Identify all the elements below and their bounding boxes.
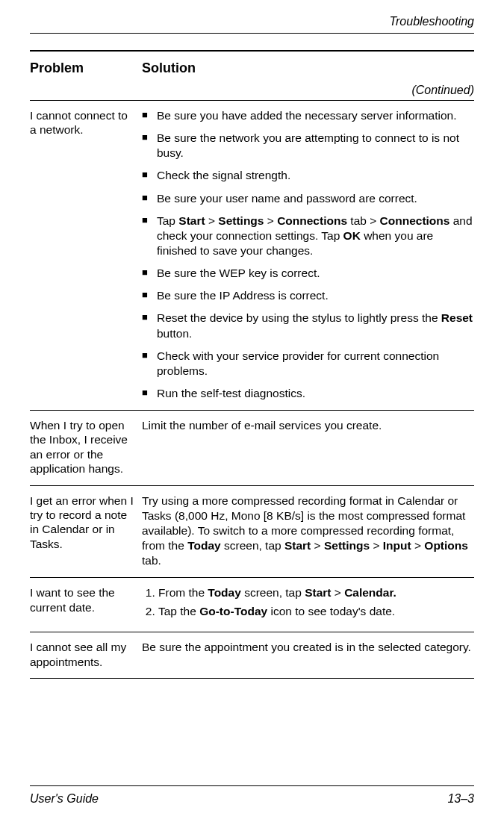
solution-cell: Be sure you have added the necessary ser… xyxy=(142,108,474,401)
bold-text: Connections xyxy=(380,214,450,227)
list-item: Reset the device by using the stylus to … xyxy=(142,311,474,340)
list-item: Be sure your user name and password are … xyxy=(142,191,474,206)
list-item: Tap the Go-to-Today icon to see today's … xyxy=(158,604,474,620)
list-item: Be sure the network you are attempting t… xyxy=(142,131,474,161)
text: > xyxy=(411,539,425,552)
continued-label: (Continued) xyxy=(30,84,474,97)
text: button. xyxy=(157,327,192,340)
footer: User's Guide 13–3 xyxy=(30,785,474,806)
list-item: Be sure the IP Address is correct. xyxy=(142,288,474,303)
bold-text: Input xyxy=(383,539,411,552)
bullet-list: Be sure you have added the necessary ser… xyxy=(142,108,474,401)
table-row: I cannot connect to a network. Be sure y… xyxy=(30,101,474,410)
bold-text: Connections xyxy=(277,214,347,227)
bold-text: Reset xyxy=(441,311,473,324)
table-row: I get an error when I try to record a no… xyxy=(30,486,474,578)
bold-text: Go-to-Today xyxy=(199,605,267,617)
bold-text: Start xyxy=(178,214,205,227)
list-item: Run the self-test diagnostics. xyxy=(142,386,474,401)
table-header-row: Problem Solution xyxy=(30,50,474,84)
list-item: From the Today screen, tap Start > Calen… xyxy=(158,585,474,601)
text: > xyxy=(370,539,383,552)
text: > xyxy=(311,539,324,552)
header-rule xyxy=(30,33,474,34)
bold-text: Today xyxy=(187,539,221,552)
problem-cell: I want to see the current date. xyxy=(30,585,142,623)
footer-left: User's Guide xyxy=(30,792,99,806)
solution-cell: From the Today screen, tap Start > Calen… xyxy=(142,585,474,623)
text: screen, tap xyxy=(241,586,305,599)
text: Tap xyxy=(157,214,178,227)
text: tab. xyxy=(142,554,161,567)
solution-cell: Try using a more compressed recording fo… xyxy=(142,494,474,569)
text: Tap the xyxy=(158,605,199,617)
problem-cell: I get an error when I try to record a no… xyxy=(30,494,142,569)
text: From the xyxy=(158,586,208,599)
problem-cell: When I try to open the Inbox, I receive … xyxy=(30,418,142,476)
running-header: Troubleshooting xyxy=(30,15,474,28)
list-item: Check the signal strength. xyxy=(142,168,474,183)
numbered-list: From the Today screen, tap Start > Calen… xyxy=(142,585,474,620)
text: Reset the device by using the stylus to … xyxy=(157,311,441,324)
text: > xyxy=(205,214,219,227)
table-row: When I try to open the Inbox, I receive … xyxy=(30,411,474,485)
bold-text: OK xyxy=(343,229,361,242)
column-header-problem: Problem xyxy=(30,60,142,76)
bold-text: Start xyxy=(305,586,331,599)
text: screen, tap xyxy=(221,539,284,552)
text: > xyxy=(264,214,277,227)
list-item: Be sure the WEP key is correct. xyxy=(142,266,474,281)
divider xyxy=(30,678,474,679)
solution-cell: Limit the number of e-mail services you … xyxy=(142,418,474,476)
text: icon to see today's date. xyxy=(267,605,395,617)
text: tab > xyxy=(347,214,380,227)
table-row: I want to see the current date. From the… xyxy=(30,578,474,632)
table-row: I cannot see all my appointments. Be sur… xyxy=(30,632,474,678)
bold-text: Options xyxy=(424,539,468,552)
bold-text: Today xyxy=(208,586,241,599)
solution-cell: Be sure the appointment you created is i… xyxy=(142,640,474,669)
column-header-solution: Solution xyxy=(142,60,474,76)
footer-rule xyxy=(30,785,474,786)
text: > xyxy=(331,586,344,599)
list-item: Be sure you have added the necessary ser… xyxy=(142,108,474,123)
footer-page-number: 13–3 xyxy=(447,792,474,806)
bold-text: Start xyxy=(284,539,311,552)
bold-text: Settings xyxy=(324,539,370,552)
bold-text: Settings xyxy=(218,214,264,227)
bold-text: Calendar. xyxy=(344,586,396,599)
list-item: Check with your service provider for cur… xyxy=(142,349,474,379)
list-item: Tap Start > Settings > Connections tab >… xyxy=(142,214,474,258)
problem-cell: I cannot connect to a network. xyxy=(30,108,142,401)
problem-cell: I cannot see all my appointments. xyxy=(30,640,142,669)
